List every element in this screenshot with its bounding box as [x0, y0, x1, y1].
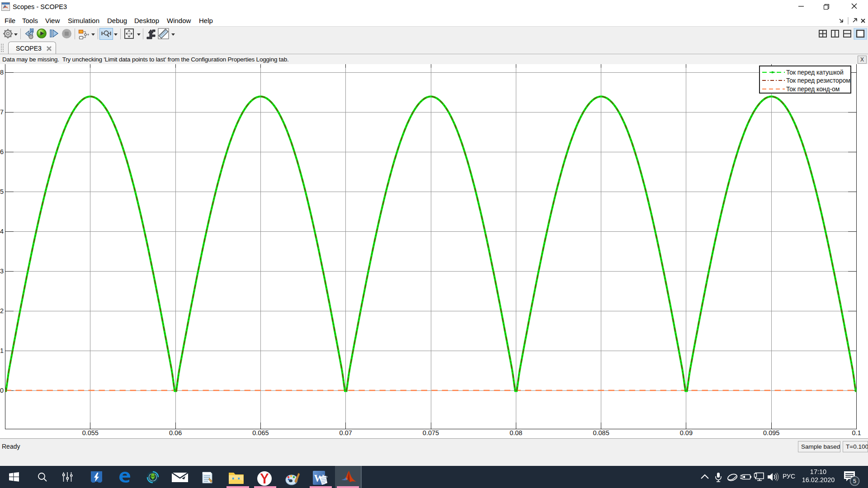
- svg-text:7: 7: [0, 108, 4, 116]
- svg-text:5: 5: [0, 188, 4, 195]
- svg-text:0.1: 0.1: [852, 429, 861, 436]
- svg-text:0.065: 0.065: [252, 429, 269, 436]
- svg-text:0.09: 0.09: [680, 429, 693, 436]
- svg-text:0.075: 0.075: [423, 429, 439, 436]
- svg-text:6: 6: [0, 148, 4, 155]
- svg-text:1: 1: [0, 347, 4, 354]
- svg-text:5: 5: [853, 478, 856, 484]
- svg-text:3: 3: [0, 267, 4, 275]
- svg-text:0.095: 0.095: [763, 429, 779, 436]
- svg-text:0.085: 0.085: [593, 429, 609, 436]
- svg-text:0.06: 0.06: [169, 429, 182, 436]
- svg-text:8: 8: [0, 69, 4, 76]
- svg-text:0.07: 0.07: [340, 429, 352, 436]
- svg-text:4: 4: [0, 228, 4, 235]
- svg-text:0: 0: [0, 387, 4, 394]
- svg-text:2: 2: [0, 307, 4, 314]
- svg-text:0.055: 0.055: [82, 429, 99, 436]
- svg-text:0.08: 0.08: [509, 429, 522, 436]
